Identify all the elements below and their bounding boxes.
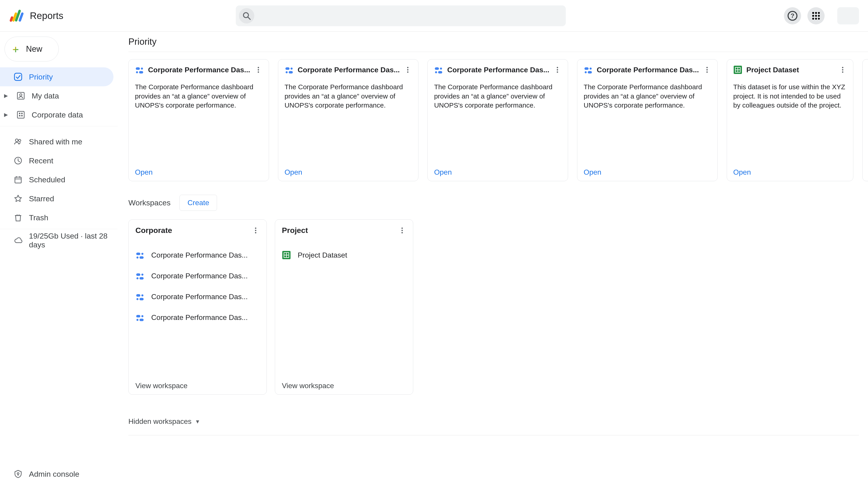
clock-icon	[13, 156, 23, 165]
workspace-more-button[interactable]	[252, 226, 260, 234]
card-description: The Corporate Performance dashboard prov…	[434, 83, 561, 110]
search-input[interactable]	[254, 11, 566, 20]
card-open-link[interactable]: Open	[135, 164, 262, 176]
workspace-card: CorporateCorporate Performance Das...Cor…	[128, 219, 267, 395]
cloud-icon	[13, 236, 23, 245]
workspace-item[interactable]: Corporate Performance Das...	[135, 309, 260, 326]
card-title: Corporate Performance Das...	[148, 66, 250, 74]
sidebar-item-label: Corporate data	[32, 110, 83, 119]
card-description: The Corporate Performance dashboard prov…	[584, 83, 711, 110]
priority-icon	[13, 72, 23, 81]
sidebar-item-label: Recent	[29, 156, 53, 165]
workspace-item[interactable]: Corporate Performance Das...	[135, 289, 260, 305]
sidebar-item-label: My data	[32, 92, 59, 100]
priority-card[interactable]: Corporate Performance Das...The Corporat…	[428, 59, 568, 181]
sidebar-item-recent[interactable]: Recent	[0, 151, 114, 170]
sidebar-primary-group: Priority ▶ My data ▶ Corporate data	[0, 67, 118, 126]
workspace-item[interactable]: Project Dataset	[282, 247, 406, 263]
sidebar-item-label: Trash	[29, 213, 49, 222]
priority-card[interactable]: Project DatasetThis dataset is for use w…	[727, 59, 853, 181]
priority-card[interactable]: CorporThe Corpor… provides an… UNOPS's c…	[862, 59, 868, 181]
dataset-icon	[733, 65, 742, 74]
person-box-icon	[16, 91, 25, 100]
new-button[interactable]: ＋ New	[4, 37, 59, 61]
dashboard-icon	[285, 65, 293, 74]
create-workspace-button[interactable]: Create	[180, 195, 217, 211]
star-icon	[13, 194, 23, 203]
topbar-actions	[784, 7, 859, 24]
card-description: The Corporate Performance dashboard prov…	[135, 83, 262, 110]
card-title: Project Dataset	[746, 66, 835, 74]
chevron-down-icon: ▾	[196, 418, 199, 425]
workspace-item-label: Corporate Performance Das...	[151, 293, 248, 301]
sidebar-item-scheduled[interactable]: Scheduled	[0, 170, 114, 189]
sidebar-item-priority[interactable]: Priority	[0, 67, 114, 86]
sidebar-secondary-group: Shared with me Recent Scheduled Starred …	[0, 132, 118, 229]
workspace-item-label: Project Dataset	[298, 251, 347, 259]
dashboard-icon	[135, 292, 145, 301]
dashboard-icon	[135, 251, 145, 260]
workspace-item[interactable]: Corporate Performance Das...	[135, 247, 260, 263]
card-open-link[interactable]: Open	[584, 164, 711, 176]
hidden-workspaces-label: Hidden workspaces	[128, 417, 191, 426]
search-icon[interactable]	[239, 8, 254, 24]
help-button[interactable]	[784, 7, 801, 24]
priority-cards-row: Corporate Performance Das...The Corporat…	[128, 52, 868, 181]
card-open-link[interactable]: Open	[285, 164, 412, 176]
caret-right-icon[interactable]: ▶	[4, 112, 10, 118]
search-bar[interactable]	[236, 5, 566, 26]
workspace-title: Corporate	[135, 226, 252, 235]
card-description: This dataset is for use within the XYZ p…	[733, 83, 847, 110]
workspace-card: ProjectProject DatasetView workspace	[275, 219, 413, 395]
sidebar-item-label: Admin console	[29, 470, 79, 479]
workspaces-row: CorporateCorporate Performance Das...Cor…	[128, 211, 868, 395]
card-open-link[interactable]: Open	[733, 164, 847, 176]
workspace-item-label: Corporate Performance Das...	[151, 251, 248, 259]
card-more-button[interactable]	[254, 66, 262, 74]
dashboard-icon	[584, 65, 593, 74]
dashboard-icon	[135, 313, 145, 322]
logo-block: Reports	[9, 8, 127, 23]
card-more-button[interactable]	[839, 66, 847, 74]
card-more-button[interactable]	[404, 66, 412, 74]
caret-right-icon[interactable]: ▶	[4, 93, 10, 99]
dashboard-icon	[135, 271, 145, 281]
sidebar-item-label: Shared with me	[29, 137, 82, 146]
priority-card[interactable]: Corporate Performance Das...The Corporat…	[128, 59, 269, 181]
sidebar-item-label: Starred	[29, 194, 54, 203]
sidebar-item-my-data[interactable]: ▶ My data	[0, 86, 114, 105]
sidebar-item-corporate-data[interactable]: ▶ Corporate data	[0, 105, 114, 124]
card-title: Corporate Performance Das...	[597, 66, 699, 74]
account-avatar[interactable]	[837, 7, 859, 24]
view-workspace-link[interactable]: View workspace	[135, 379, 260, 390]
plus-icon: ＋	[11, 42, 21, 56]
dashboard-icon	[434, 65, 443, 74]
apps-button[interactable]	[807, 7, 825, 24]
trash-icon	[13, 213, 23, 222]
card-title: Corporate Performance Das...	[447, 66, 549, 74]
calendar-icon	[13, 175, 23, 184]
admin-icon	[13, 469, 23, 479]
sidebar-item-shared[interactable]: Shared with me	[0, 132, 114, 151]
workspaces-label: Workspaces	[128, 198, 170, 207]
topbar: Reports	[0, 0, 868, 32]
sidebar-item-label: Scheduled	[29, 175, 65, 184]
workspace-title: Project	[282, 226, 398, 235]
sidebar-item-admin[interactable]: Admin console	[0, 464, 118, 484]
sidebar: ＋ New Priority ▶ My data ▶ Corporate dat…	[0, 32, 118, 488]
building-icon	[16, 110, 25, 119]
priority-card[interactable]: Corporate Performance Das...The Corporat…	[278, 59, 418, 181]
priority-card[interactable]: Corporate Performance Das...The Corporat…	[577, 59, 718, 181]
workspace-more-button[interactable]	[398, 226, 406, 234]
view-workspace-link[interactable]: View workspace	[282, 379, 406, 390]
sidebar-item-trash[interactable]: Trash	[0, 208, 114, 227]
sidebar-item-storage[interactable]: 19/25Gb Used · last 28 days	[0, 231, 114, 250]
hidden-workspaces-toggle[interactable]: Hidden workspaces ▾	[128, 417, 859, 435]
workspace-item-label: Corporate Performance Das...	[151, 313, 248, 322]
card-more-button[interactable]	[703, 66, 711, 74]
sidebar-item-starred[interactable]: Starred	[0, 189, 114, 208]
card-more-button[interactable]	[553, 66, 561, 74]
card-open-link[interactable]: Open	[434, 164, 561, 176]
card-description: The Corporate Performance dashboard prov…	[285, 83, 412, 110]
workspace-item[interactable]: Corporate Performance Das...	[135, 268, 260, 284]
